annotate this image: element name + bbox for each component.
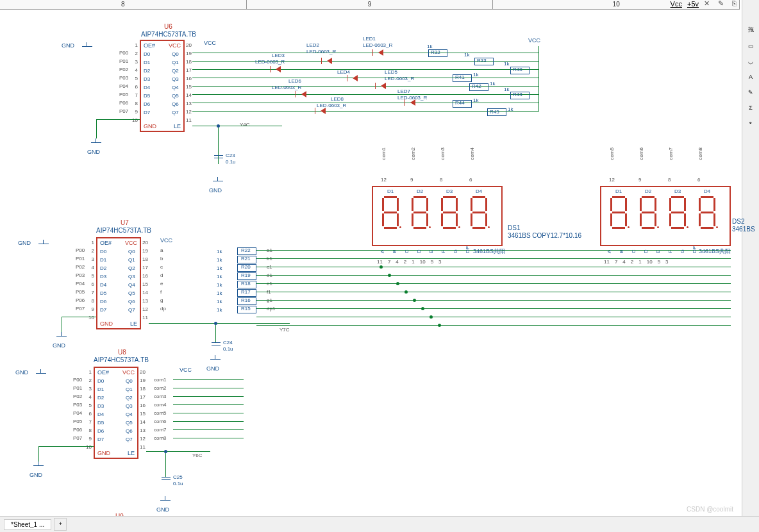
led4-ref: LED4 <box>337 69 350 75</box>
gnd-symbol-icon <box>209 355 222 363</box>
u6-p04: P04 <box>119 83 128 89</box>
digit-icon <box>668 196 687 229</box>
tool-text-icon[interactable]: A <box>749 74 753 80</box>
u6-p02: P02 <box>119 67 128 72</box>
led2-ref: LED2 <box>306 42 319 48</box>
led6-type: LED-0603_R <box>272 85 301 90</box>
vcc-symbol-icon[interactable]: Vcc <box>671 0 682 8</box>
led1-ref: LED1 <box>363 36 376 42</box>
led6-ref: LED6 <box>288 78 301 84</box>
wire <box>192 126 282 126</box>
y4c: Y4C <box>240 122 250 128</box>
digit-icon <box>697 196 717 229</box>
c25-icon <box>162 477 171 478</box>
u6-p00: P00 <box>119 50 128 56</box>
wire <box>96 119 140 120</box>
digit-icon <box>469 196 488 229</box>
probe-icon[interactable]: ✎ <box>718 0 727 8</box>
wire <box>218 126 219 164</box>
u6-p07: P07 <box>119 108 128 114</box>
led1-type: LED-0603_R <box>363 42 392 48</box>
u6-type: AIP74HC573TA.TB <box>141 31 196 38</box>
digit-icon <box>638 196 658 229</box>
u6-gnd: GND <box>87 149 100 155</box>
gnd-symbol-icon <box>212 177 224 185</box>
u6-ref: U6 <box>164 23 172 30</box>
watermark: CSDN @coolmit <box>687 506 733 513</box>
c23-gnd: GND <box>209 187 222 194</box>
gnd-symbol-icon <box>55 332 68 340</box>
tool-rect-icon[interactable]: ▭ <box>748 43 754 49</box>
gnd-symbol-icon <box>35 369 47 377</box>
u7-oe-gnd: GND <box>18 240 31 246</box>
wire <box>192 103 538 103</box>
led5-icon <box>381 83 386 89</box>
led5-ref: LED5 <box>385 69 397 75</box>
tab-sheet1[interactable]: *Sheet_1 ... <box>4 519 51 530</box>
y7c: Y7C <box>279 327 290 333</box>
led3-ref: LED3 <box>272 53 285 58</box>
led2-icon <box>327 58 332 64</box>
wire <box>538 46 539 112</box>
led5-type: LED-0603_R <box>385 76 414 81</box>
sheet-tabs: *Sheet_1 ... + <box>0 516 759 532</box>
tool-more-icon[interactable]: ⚬ <box>748 120 753 126</box>
digit-icon <box>609 196 628 229</box>
top-toolbar: Vcc +5v ✕ ✎ ⎘ <box>671 0 741 9</box>
u6-p01: P01 <box>119 58 128 64</box>
led4-icon <box>353 75 358 81</box>
c23-ref: C23 <box>226 153 235 158</box>
wire <box>192 78 538 78</box>
u6-vcc: VCC <box>204 40 216 46</box>
y6c: Y6C <box>192 453 203 458</box>
led1-icon <box>378 49 383 56</box>
digit-icon <box>440 196 459 229</box>
horizontal-ruler: 8 9 10 <box>0 0 740 10</box>
gnd-symbol-icon <box>32 461 45 469</box>
u7-vcc: VCC <box>160 237 172 244</box>
c24-icon <box>212 342 221 343</box>
wire <box>192 69 538 70</box>
gnd-symbol-icon <box>90 138 103 146</box>
schematic-canvas[interactable]: 8 9 10 Vcc +5v ✕ ✎ ⎘ 拖 ▭ ◡ A ✎ Σ ⚬ U6 AI… <box>0 0 759 532</box>
led-vcc: VCC <box>528 37 540 44</box>
right-toolbar: 拖 ▭ ◡ A ✎ Σ ⚬ <box>742 0 759 532</box>
led8-ref: LED8 <box>331 96 344 102</box>
u6-p05: P05 <box>119 92 128 97</box>
junction-icon <box>214 322 217 325</box>
add-sheet-button[interactable]: + <box>54 518 67 531</box>
cross-icon[interactable]: ✕ <box>704 0 713 8</box>
junction-icon <box>164 450 167 453</box>
wire <box>96 119 97 138</box>
led2-type: LED-0603_R <box>306 49 336 54</box>
led3-type: LED-0603_R <box>255 59 285 65</box>
led3-icon <box>276 66 281 72</box>
tool-pan-icon[interactable]: 拖 <box>748 26 754 34</box>
c23-val: 0.1u <box>226 159 236 165</box>
5v-symbol-icon[interactable]: +5v <box>687 0 699 8</box>
u7-ref: U7 <box>121 219 129 226</box>
note-icon[interactable]: ⎘ <box>732 0 741 8</box>
junction-icon <box>217 124 220 128</box>
u6-p06: P06 <box>119 100 128 106</box>
wire <box>192 111 538 112</box>
ruler-9: 9 <box>247 0 494 9</box>
c23-icon <box>214 155 223 156</box>
u6-p03: P03 <box>119 75 128 81</box>
led6-icon <box>301 91 306 97</box>
led7-ref: LED7 <box>397 88 410 94</box>
wire <box>192 53 538 53</box>
tool-arc-icon[interactable]: ◡ <box>748 58 753 65</box>
u6-oe-gnd: GND <box>62 42 74 49</box>
gnd-symbol-icon <box>81 42 94 50</box>
tool-pen-icon[interactable]: ✎ <box>748 89 753 96</box>
digit-icon <box>381 196 400 229</box>
gnd-symbol-icon <box>37 240 50 247</box>
led8-icon <box>321 108 326 114</box>
gnd-symbol-icon <box>159 496 172 504</box>
digit-icon <box>410 196 430 229</box>
ds1-ref: DS1 <box>508 224 520 231</box>
tool-sum-icon[interactable]: Σ <box>749 104 753 111</box>
wire <box>192 94 538 95</box>
u8-type: AIP74HC573TA.TB <box>94 356 149 363</box>
